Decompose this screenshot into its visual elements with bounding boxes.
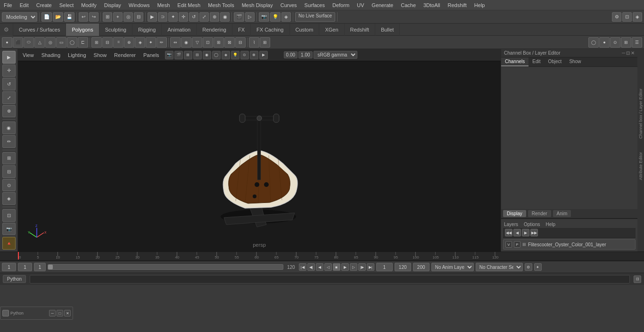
- snap-settings-btn[interactable]: ◈: [2, 192, 16, 205]
- menu-create[interactable]: Create: [33, 1, 56, 9]
- layer-next-btn[interactable]: ▶: [522, 229, 529, 236]
- layer-playback-btn[interactable]: P: [514, 241, 520, 248]
- scale-btn[interactable]: ⤢: [199, 12, 209, 22]
- menu-curves[interactable]: Curves: [277, 1, 301, 9]
- pb-end-btn[interactable]: ▶|: [367, 263, 374, 271]
- combine-icon-btn[interactable]: ⊠: [224, 37, 235, 48]
- tab-sculpting[interactable]: Sculpting: [99, 24, 132, 36]
- cb-subtab-display[interactable]: Display: [503, 210, 526, 217]
- pb-play-btn[interactable]: ▶: [341, 263, 349, 271]
- snap-view-btn[interactable]: ⊟: [134, 12, 143, 22]
- pb-start-btn[interactable]: |◀: [299, 263, 306, 271]
- timeline-ruler[interactable]: 0 5 10 15 20 25 30 35 40 45 50 55 60: [0, 251, 644, 261]
- smooth-icon-btn[interactable]: ◉: [181, 37, 191, 48]
- sphere-icon-btn[interactable]: ●: [2, 37, 12, 48]
- anim-extra-btn[interactable]: ✦: [534, 263, 542, 271]
- tab-redshift[interactable]: Redshift: [345, 24, 375, 36]
- grid-btn[interactable]: ⊡: [2, 209, 16, 222]
- cylinder-icon-btn[interactable]: ⬭: [24, 37, 34, 48]
- scale-tool-btn[interactable]: ⤢: [2, 91, 16, 104]
- tab-bullet[interactable]: Bullet: [375, 24, 400, 36]
- menu-edit-mesh[interactable]: Edit Mesh: [173, 1, 204, 9]
- vp-aa-icon[interactable]: ⊕: [250, 51, 258, 59]
- vp-menu-view[interactable]: View: [21, 51, 36, 59]
- lasso-btn[interactable]: ⊃: [158, 12, 167, 22]
- select-tool-btn[interactable]: ▶: [2, 51, 16, 64]
- tab-polygons[interactable]: Polygons: [66, 24, 99, 36]
- cb-minimize-icon[interactable]: ─: [622, 50, 625, 56]
- unfold-icon-btn[interactable]: ⊞: [260, 37, 270, 48]
- camera-settings-btn[interactable]: 📷: [2, 223, 16, 235]
- menu-3dtoall[interactable]: 3DtoAll: [420, 1, 444, 9]
- playback-end-input[interactable]: [395, 263, 411, 271]
- move-btn[interactable]: ✛: [179, 12, 188, 22]
- timeline-progress[interactable]: [48, 264, 283, 270]
- connect-icon-btn[interactable]: ⊕: [124, 37, 134, 48]
- material-btn[interactable]: ◈: [281, 12, 291, 22]
- playback-end2-input[interactable]: [413, 263, 429, 271]
- extrude-icon-btn[interactable]: ⊞: [91, 37, 102, 48]
- menu-redshift[interactable]: Redshift: [444, 1, 470, 9]
- vp-shading1-icon[interactable]: ◉: [203, 51, 211, 59]
- bridge-icon-btn[interactable]: ⊟: [102, 37, 113, 48]
- menu-mesh-display[interactable]: Mesh Display: [238, 1, 277, 9]
- snap-curve-btn[interactable]: ⌖: [113, 12, 123, 22]
- menu-edit[interactable]: Edit: [16, 1, 33, 9]
- light-btn[interactable]: 💡: [270, 12, 281, 22]
- workspace-dropdown[interactable]: Modeling: [2, 12, 37, 22]
- cb-tab-show[interactable]: Show: [565, 57, 585, 66]
- cb-float-icon[interactable]: ⊡: [626, 50, 630, 56]
- vp-menu-shading[interactable]: Shading: [40, 51, 62, 59]
- tab-rendering[interactable]: Rendering: [197, 24, 232, 36]
- pb-prev-frame-btn[interactable]: ◀: [316, 263, 323, 271]
- viewport-canvas[interactable]: persp X Y Z: [18, 61, 501, 251]
- menu-mesh-tools[interactable]: Mesh Tools: [204, 1, 238, 9]
- layer-end-btn[interactable]: ▶▶: [530, 229, 538, 236]
- anim-layer-dropdown[interactable]: No Anim Layer: [431, 263, 474, 271]
- cb-tab-object[interactable]: Object: [545, 57, 566, 66]
- menu-mesh[interactable]: Mesh: [153, 1, 173, 9]
- snap-point-btn[interactable]: ◎: [124, 12, 133, 22]
- menu-help[interactable]: Help: [471, 1, 489, 9]
- settings-icon[interactable]: ⚙: [4, 26, 9, 33]
- vp-shading2-icon[interactable]: ◯: [212, 51, 221, 59]
- vp-film-icon[interactable]: 🎬: [174, 51, 183, 59]
- universal-manip-btn[interactable]: ⊕: [210, 12, 219, 22]
- sculpt-icon-btn[interactable]: ✏: [157, 37, 167, 48]
- open-scene-btn[interactable]: 📂: [53, 12, 63, 22]
- vp-texture-icon[interactable]: ◈: [222, 51, 230, 59]
- vp-menu-show[interactable]: Show: [92, 51, 109, 59]
- python-tab[interactable]: Python: [3, 275, 26, 283]
- char-set-dropdown[interactable]: No Character Set: [476, 263, 523, 271]
- layers-menu-item[interactable]: Layers: [504, 222, 518, 227]
- snap-obj-btn[interactable]: ⊙: [2, 179, 16, 192]
- render-btn[interactable]: 🎬: [234, 12, 244, 22]
- rotate-btn[interactable]: ↺: [189, 12, 198, 22]
- panel-icon1[interactable]: [2, 310, 9, 316]
- show-manip-btn[interactable]: ⊞: [2, 152, 16, 165]
- menu-surfaces[interactable]: Surfaces: [301, 1, 329, 9]
- hide-manip-btn[interactable]: ⊟: [2, 165, 16, 178]
- viewport[interactable]: View Shading Lighting Show Renderer Pane…: [18, 49, 501, 251]
- status-settings-btn[interactable]: ⊡: [634, 275, 641, 283]
- separate-icon-btn[interactable]: ⊟: [235, 37, 246, 48]
- layer-back-btn[interactable]: ◀◀: [505, 229, 512, 236]
- vp-grid-icon[interactable]: ⊞: [184, 51, 192, 59]
- mirror-icon-btn[interactable]: ⇔: [170, 37, 181, 48]
- vp-camera-icon[interactable]: 📷: [165, 51, 173, 59]
- tab-fx-caching[interactable]: FX Caching: [251, 24, 289, 36]
- cb-tab-edit[interactable]: Edit: [528, 57, 544, 66]
- move-tool-btn[interactable]: ✛: [2, 65, 16, 77]
- menu-cache[interactable]: Cache: [397, 1, 420, 9]
- panel-minimize[interactable]: ─: [49, 310, 56, 316]
- panel-maximize[interactable]: □: [57, 310, 63, 316]
- menu-file[interactable]: File: [0, 1, 16, 9]
- crease-icon-btn[interactable]: ⌇: [249, 37, 259, 48]
- tab-curves-surfaces[interactable]: Curves / Surfaces: [13, 24, 66, 36]
- boolean-icon-btn[interactable]: ⊞: [214, 37, 224, 48]
- cb-tab-channels[interactable]: Channels: [501, 57, 528, 66]
- menu-select[interactable]: Select: [56, 1, 78, 9]
- save-scene-btn[interactable]: 💾: [64, 12, 74, 22]
- heads-up-btn[interactable]: ⊡: [622, 12, 632, 22]
- help-menu-item[interactable]: Help: [545, 222, 555, 227]
